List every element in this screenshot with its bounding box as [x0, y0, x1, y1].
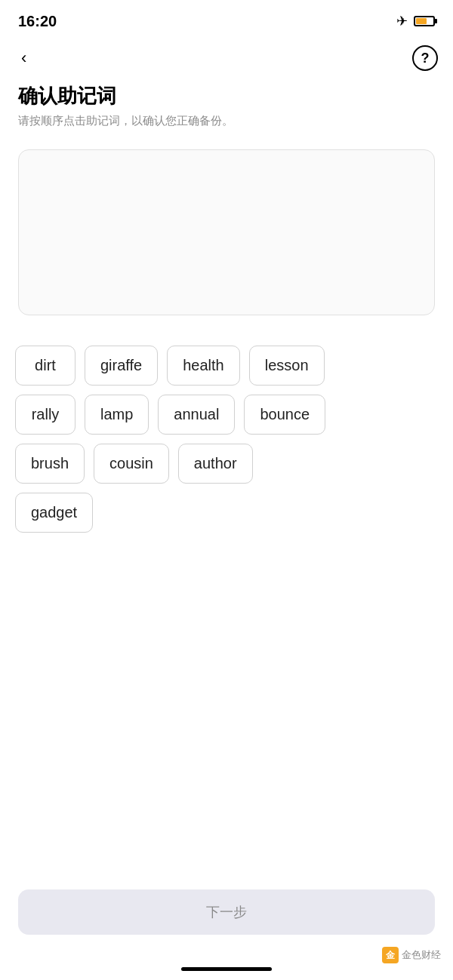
- back-icon: ‹: [21, 48, 26, 67]
- words-row-1: dirt giraffe health lesson: [15, 346, 438, 386]
- help-button[interactable]: ?: [412, 45, 438, 71]
- word-chip-lamp[interactable]: lamp: [85, 395, 149, 435]
- status-time: 16:20: [18, 13, 57, 30]
- home-indicator: [181, 967, 272, 971]
- top-nav: ‹ ?: [0, 39, 453, 77]
- battery-icon: [414, 16, 435, 26]
- watermark-icon: 金: [382, 947, 399, 963]
- watermark-text: 金色财经: [402, 948, 441, 962]
- word-chip-author[interactable]: author: [178, 444, 253, 484]
- status-bar: 16:20 ✈: [0, 0, 453, 39]
- watermark: 金 金色财经: [382, 947, 441, 963]
- words-row-2: rally lamp annual bounce: [15, 395, 438, 435]
- mnemonic-display-box: [18, 149, 435, 315]
- word-chip-annual[interactable]: annual: [158, 395, 235, 435]
- status-icons: ✈: [396, 13, 435, 29]
- battery-fill: [416, 18, 427, 24]
- help-icon: ?: [421, 51, 430, 66]
- airplane-icon: ✈: [396, 13, 408, 29]
- next-button[interactable]: 下一步: [18, 889, 435, 935]
- word-chip-dirt[interactable]: dirt: [15, 346, 76, 386]
- next-button-container: 下一步: [18, 889, 435, 935]
- page-title: 确认助记词: [18, 83, 435, 109]
- header: 确认助记词 请按顺序点击助记词，以确认您正确备份。: [0, 77, 453, 137]
- word-chip-gadget[interactable]: gadget: [15, 493, 93, 533]
- back-button[interactable]: ‹: [15, 45, 32, 71]
- word-chip-health[interactable]: health: [167, 346, 240, 386]
- words-section: dirt giraffe health lesson rally lamp an…: [0, 327, 453, 554]
- page-subtitle: 请按顺序点击助记词，以确认您正确备份。: [18, 114, 435, 128]
- word-chip-brush[interactable]: brush: [15, 444, 85, 484]
- word-chip-rally[interactable]: rally: [15, 395, 76, 435]
- words-row-3: brush cousin author: [15, 444, 438, 484]
- word-chip-cousin[interactable]: cousin: [94, 444, 169, 484]
- words-row-4: gadget: [15, 493, 438, 533]
- word-chip-bounce[interactable]: bounce: [244, 395, 325, 435]
- word-chip-giraffe[interactable]: giraffe: [85, 346, 158, 386]
- word-chip-lesson[interactable]: lesson: [249, 346, 325, 386]
